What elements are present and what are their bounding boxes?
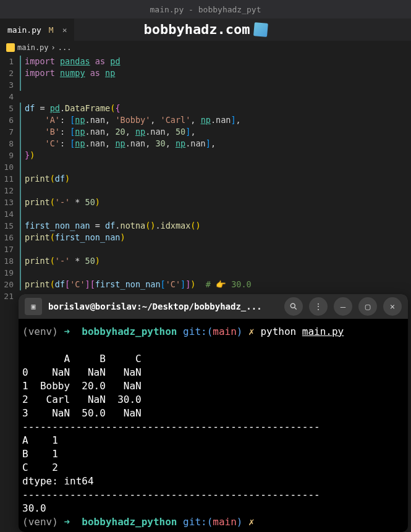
code-line	[20, 79, 411, 91]
code-line: print(df)	[20, 173, 411, 185]
terminal-output: 2 Carl NaN 30.0	[22, 393, 404, 407]
minimize-icon[interactable]: –	[334, 297, 352, 316]
breadcrumb-file: main.py	[17, 43, 49, 52]
terminal-prompt-line: (venv) ➜ bobbyhadz_python git:(main) ✗ p…	[22, 325, 404, 339]
code-line: import pandas as pd	[20, 56, 411, 67]
code-line: import numpy as np	[20, 67, 411, 79]
code-line: 'C': [np.nan, np.nan, 30, np.nan],	[20, 138, 411, 150]
code-line: print(df['C'][first_non_nan['C']]) # 👉️ …	[20, 279, 411, 290]
close-icon[interactable]: ×	[383, 297, 402, 316]
terminal-body[interactable]: (venv) ➜ bobbyhadz_python git:(main) ✗ p…	[19, 319, 408, 532]
tabs-bar: main.py M ×	[0, 19, 411, 41]
terminal-titlebar: ▣ borislav@borislav:~/Desktop/bobbyhadz_…	[19, 294, 408, 319]
terminal-output: dtype: int64	[22, 475, 404, 488]
code-area[interactable]: import pandas as pd import numpy as np d…	[19, 54, 411, 294]
code-line: df = pd.DataFrame({	[20, 103, 411, 114]
terminal-app-icon[interactable]: ▣	[25, 298, 42, 315]
code-line	[20, 243, 411, 255]
svg-line-1	[294, 307, 296, 309]
code-editor[interactable]: 123456789101112131415161718192021 import…	[0, 54, 411, 294]
code-line: 'A': [np.nan, 'Bobby', 'Carl', np.nan],	[20, 114, 411, 126]
code-line	[20, 161, 411, 173]
terminal-output: 0 NaN NaN NaN	[22, 366, 404, 379]
code-line: print('-' * 50)	[20, 196, 411, 208]
maximize-icon[interactable]: ▢	[358, 297, 377, 316]
tab-modified-indicator: M	[49, 25, 54, 35]
search-icon[interactable]	[284, 297, 303, 316]
breadcrumb-more: ...	[58, 43, 72, 52]
menu-icon[interactable]: ⋮	[309, 297, 328, 316]
svg-point-0	[290, 303, 295, 308]
code-line	[20, 267, 411, 279]
terminal-output: C 2	[22, 461, 404, 475]
code-line: })	[20, 150, 411, 161]
code-line	[20, 185, 411, 196]
terminal-output: 30.0	[22, 502, 404, 515]
code-line	[20, 91, 411, 103]
terminal-prompt-line: (venv) ➜ bobbyhadz_python git:(main) ✗	[22, 515, 404, 529]
code-line: print('-' * 50)	[20, 255, 411, 267]
window-title-bar: main.py - bobbyhadz_pyt	[0, 0, 411, 19]
breadcrumb[interactable]: main.py › ...	[0, 41, 411, 54]
terminal-output: A B C	[22, 352, 404, 366]
terminal-title: borislav@borislav:~/Desktop/bobbyhadz_..…	[48, 302, 278, 311]
terminal-output: ----------------------------------------…	[22, 488, 404, 502]
breadcrumb-sep: ›	[51, 43, 56, 52]
line-gutter: 123456789101112131415161718192021	[0, 54, 19, 294]
code-line: print(first_non_nan)	[20, 232, 411, 243]
terminal-output: A 1	[22, 434, 404, 447]
tab-main-py[interactable]: main.py M ×	[0, 19, 75, 41]
code-line: 'B': [np.nan, 20, np.nan, 50],	[20, 126, 411, 138]
terminal-output: ----------------------------------------…	[22, 420, 404, 434]
terminal-output	[22, 339, 404, 352]
tab-label: main.py	[7, 25, 41, 35]
terminal-output: 3 NaN 50.0 NaN	[22, 407, 404, 420]
code-line: first_non_nan = df.notna().idxmax()	[20, 220, 411, 232]
close-icon[interactable]: ×	[62, 25, 67, 35]
code-line	[20, 208, 411, 220]
window-title: main.py - bobbyhadz_pyt	[150, 5, 261, 14]
terminal-output: 1 Bobby 20.0 NaN	[22, 379, 404, 393]
python-file-icon	[6, 43, 15, 52]
terminal-window: ▣ borislav@borislav:~/Desktop/bobbyhadz_…	[19, 294, 408, 532]
terminal-output: B 1	[22, 447, 404, 461]
